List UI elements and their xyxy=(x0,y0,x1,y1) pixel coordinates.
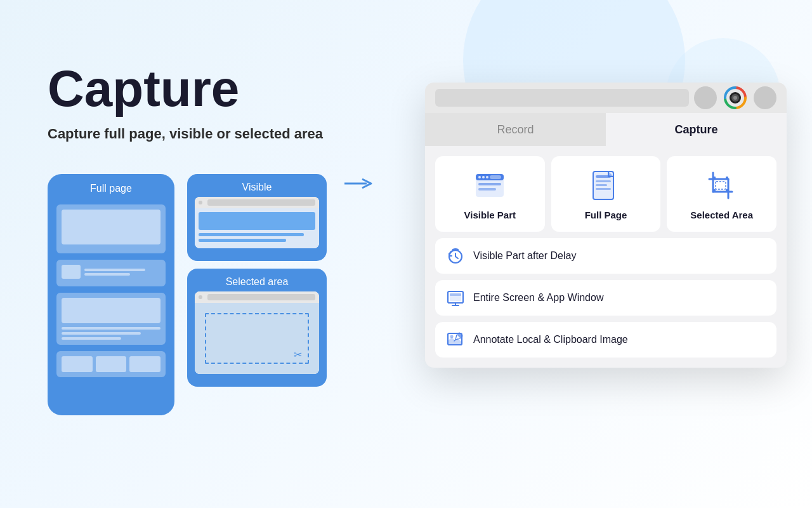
entire-screen-label: Entire Screen & App Window xyxy=(473,292,603,304)
svg-point-34 xyxy=(450,335,454,338)
full-page-label: Full Page xyxy=(585,210,627,220)
app-panel: Record Capture Vis xyxy=(425,83,787,368)
svg-rect-22 xyxy=(716,182,726,189)
colorful-camera-icon xyxy=(723,86,747,110)
tab-capture[interactable]: Capture xyxy=(606,113,787,146)
svg-point-3 xyxy=(733,96,737,100)
option-visible-delay[interactable]: Visible Part after Delay xyxy=(435,238,776,274)
mockups-container: Full page xyxy=(48,174,376,415)
page-title: Capture xyxy=(48,64,376,114)
annotate-label: Annotate Local & Clipboard Image xyxy=(473,334,628,345)
option-visible-part[interactable]: Visible Part xyxy=(435,156,545,232)
svg-rect-7 xyxy=(478,188,496,190)
top-options: Visible Part Full Page xyxy=(435,156,776,232)
svg-rect-6 xyxy=(478,183,501,185)
full-page-label: Full page xyxy=(56,183,166,194)
mock-card-4 xyxy=(56,351,166,377)
svg-rect-23 xyxy=(713,177,716,179)
arrow-left: → xyxy=(163,244,177,260)
visible-label: Visible xyxy=(195,182,319,193)
right-arrow-icon xyxy=(344,174,376,193)
annotate-icon xyxy=(447,331,464,349)
panel-content: Visible Part Full Page xyxy=(425,146,787,368)
panel-titlebar xyxy=(425,83,787,113)
visible-mockup-group: → Visible → xyxy=(187,174,327,387)
svg-point-8 xyxy=(478,176,481,178)
panel-tabs: Record Capture xyxy=(425,113,787,146)
left-section: Capture Capture full page, visible or se… xyxy=(48,64,376,415)
mock-card-3 xyxy=(56,293,166,345)
full-page-mockup: Full page xyxy=(48,174,174,415)
delay-icon xyxy=(447,247,464,265)
svg-rect-26 xyxy=(726,189,728,192)
option-full-page[interactable]: Full Page xyxy=(551,156,661,232)
titlebar-search-bar xyxy=(435,89,689,107)
visible-delay-label: Visible Part after Delay xyxy=(473,250,576,262)
titlebar-btn-2 xyxy=(754,86,776,109)
page-subtitle: Capture full page, visible or selected a… xyxy=(48,126,376,142)
selected-area-icon xyxy=(705,169,738,202)
mock-card-2 xyxy=(56,260,166,286)
svg-rect-17 xyxy=(596,188,611,190)
svg-point-9 xyxy=(482,176,485,178)
browser-selected: ✂ xyxy=(195,291,319,374)
scissors-icon: ✂ xyxy=(294,349,306,361)
svg-rect-25 xyxy=(713,189,716,192)
titlebar-btn-1 xyxy=(694,86,717,109)
svg-rect-15 xyxy=(596,180,611,182)
svg-point-10 xyxy=(486,176,488,178)
camera-icon-btn[interactable] xyxy=(722,84,749,111)
svg-rect-16 xyxy=(596,184,607,186)
arrow-right xyxy=(344,174,376,193)
mock-square xyxy=(62,265,81,279)
mock-image-big xyxy=(62,210,160,244)
visible-part-label: Visible Part xyxy=(464,210,516,220)
full-page-icon xyxy=(589,169,622,202)
svg-rect-11 xyxy=(490,175,501,179)
browser-visible xyxy=(195,197,319,248)
visible-mockup: Visible xyxy=(187,174,327,261)
svg-rect-32 xyxy=(450,293,461,296)
option-entire-screen[interactable]: Entire Screen & App Window xyxy=(435,280,776,316)
visible-part-icon xyxy=(473,169,506,202)
selected-area-label: Selected area xyxy=(195,276,319,288)
dashed-selection: ✂ xyxy=(205,313,309,364)
selected-area-label: Selected Area xyxy=(690,210,753,220)
option-annotate[interactable]: Annotate Local & Clipboard Image xyxy=(435,322,776,358)
option-selected-area[interactable]: Selected Area xyxy=(667,156,776,232)
tab-record[interactable]: Record xyxy=(425,113,606,146)
arrow-left-2: → xyxy=(163,339,177,356)
screen-icon xyxy=(447,289,464,307)
mock-lines xyxy=(84,269,160,276)
selected-area-mockup: Selected area ✂ xyxy=(187,269,327,387)
mock-card-1 xyxy=(56,204,166,253)
svg-rect-24 xyxy=(726,177,728,179)
